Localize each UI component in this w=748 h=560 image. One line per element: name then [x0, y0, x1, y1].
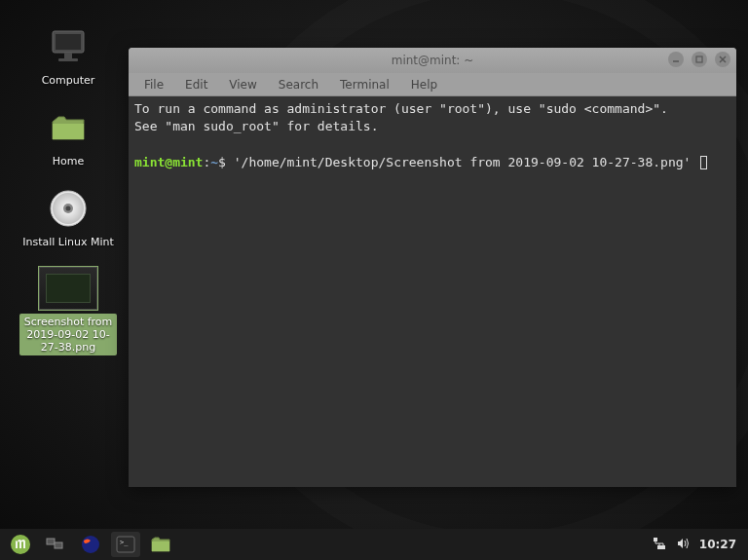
- terminal-motd-line: See "man sudo_root" for details.: [134, 119, 378, 133]
- svg-point-15: [82, 536, 99, 553]
- terminal-prompt-user: mint@mint: [134, 155, 203, 169]
- svg-text:>_: >_: [120, 539, 129, 546]
- files-launcher[interactable]: [146, 532, 175, 557]
- taskbar-item-terminal[interactable]: >_: [111, 532, 140, 557]
- terminal-motd-line: To run a command as administrator (user …: [134, 101, 668, 116]
- menu-file[interactable]: File: [134, 75, 173, 94]
- svg-rect-13: [47, 539, 55, 544]
- svg-rect-2: [64, 53, 72, 58]
- taskbar: >_ 10:27: [0, 529, 748, 560]
- window-minimize-button[interactable]: [668, 52, 684, 67]
- svg-rect-14: [55, 542, 62, 548]
- firefox-icon: [81, 535, 100, 554]
- clock[interactable]: 10:27: [699, 538, 736, 551]
- terminal-icon: >_: [116, 536, 135, 553]
- terminal-window[interactable]: mint@mint: ~ File Edit View Search Termi…: [129, 48, 736, 487]
- desktop-icon-computer[interactable]: Computer: [19, 23, 117, 87]
- network-indicator[interactable]: [653, 537, 666, 553]
- menu-button[interactable]: [6, 532, 35, 557]
- computer-icon: [45, 23, 92, 70]
- svg-rect-19: [657, 545, 661, 549]
- show-desktop-button[interactable]: [41, 532, 70, 557]
- terminal-prompt-dollar: $: [218, 155, 226, 169]
- desktop-icon-label: Install Linux Mint: [22, 236, 114, 248]
- folder-home-icon: [45, 104, 92, 151]
- terminal-prompt-path: ~: [210, 155, 218, 169]
- screenshot-thumbnail-icon: [39, 267, 97, 310]
- desktop-icons-area: Computer Home Install Linux Mint Screen: [19, 23, 117, 355]
- svg-rect-3: [58, 58, 78, 61]
- svg-rect-18: [654, 538, 657, 541]
- terminal-cursor: [700, 156, 707, 169]
- show-desktop-icon: [46, 536, 65, 553]
- desktop-icon-label: Computer: [42, 74, 95, 87]
- terminal-command: '/home/mint/Desktop/Screenshot from 2019…: [234, 155, 692, 169]
- desktop-icon-label: Home: [53, 155, 84, 168]
- folder-icon: [150, 536, 171, 553]
- window-close-button[interactable]: [715, 52, 730, 67]
- svg-rect-20: [661, 545, 665, 549]
- volume-indicator[interactable]: [676, 537, 690, 553]
- disc-icon: [45, 185, 92, 232]
- terminal-menubar: File Edit View Search Terminal Help: [129, 73, 736, 96]
- desktop-icon-screenshot[interactable]: Screenshot from 2019-09-02 10-27-38.png: [19, 267, 117, 356]
- svg-point-7: [66, 206, 71, 211]
- svg-rect-1: [56, 34, 81, 50]
- firefox-launcher[interactable]: [76, 532, 105, 557]
- mint-logo-icon: [10, 534, 31, 555]
- menu-edit[interactable]: Edit: [175, 75, 217, 94]
- menu-search[interactable]: Search: [269, 75, 328, 94]
- speaker-icon: [676, 537, 690, 550]
- desktop-icon-home[interactable]: Home: [19, 104, 117, 168]
- menu-help[interactable]: Help: [401, 75, 447, 94]
- terminal-body[interactable]: To run a command as administrator (user …: [129, 96, 736, 487]
- menu-view[interactable]: View: [219, 75, 266, 94]
- window-maximize-button[interactable]: [692, 52, 707, 67]
- window-titlebar[interactable]: mint@mint: ~: [129, 48, 736, 73]
- desktop-icon-label: Screenshot from 2019-09-02 10-27-38.png: [19, 314, 117, 356]
- network-icon: [653, 537, 666, 550]
- window-title: mint@mint: ~: [392, 54, 474, 67]
- menu-terminal[interactable]: Terminal: [330, 75, 399, 94]
- desktop-icon-install[interactable]: Install Linux Mint: [19, 185, 117, 248]
- svg-rect-9: [696, 56, 702, 62]
